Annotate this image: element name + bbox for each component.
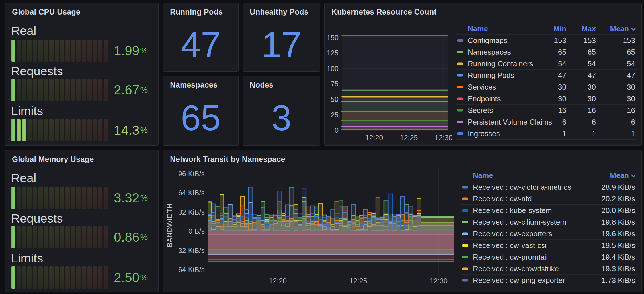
svg-text:0: 0: [335, 126, 339, 134]
stat-value: 17: [243, 17, 320, 72]
gauge-cell-unlit: [55, 79, 59, 101]
gauge-cell-unlit: [49, 40, 54, 62]
series-name: Namespaces: [468, 48, 511, 57]
legend-row[interactable]: Received : cw-exporters19.6 KiB/s: [461, 228, 637, 240]
bar-gauge: [11, 119, 108, 141]
legend-header-mean[interactable]: Mean: [610, 24, 635, 33]
series-min: 65: [558, 48, 566, 57]
gauge-cell-unlit: [60, 266, 64, 289]
legend-row[interactable]: Persistent Volume Claims666: [456, 116, 637, 128]
panel-title[interactable]: Nodes: [250, 81, 274, 90]
gauge-cell-unlit: [33, 79, 37, 101]
series-min: 54: [558, 59, 566, 68]
panel-title[interactable]: Namespaces: [170, 81, 218, 90]
gauge-value: 3.32%: [114, 187, 148, 209]
svg-text:12:30: 12:30: [430, 277, 448, 285]
gauge-cell-unlit: [98, 226, 102, 248]
gauge-cell-unlit: [76, 40, 81, 62]
gauge-cell-unlit: [22, 187, 26, 209]
gauge-label: Limits: [11, 251, 43, 265]
panel-title[interactable]: Unhealthy Pods: [250, 8, 309, 16]
gauge-cell-unlit: [17, 79, 21, 101]
legend-row[interactable]: Received : cw-crowdstrike19.3 KiB/s: [461, 263, 637, 275]
gauge-cell-unlit: [82, 266, 86, 289]
gauge-cell-unlit: [38, 79, 43, 101]
gauge-value: 14.3%: [114, 119, 148, 141]
legend-header-name[interactable]: Name: [473, 171, 493, 180]
gauge-cell-unlit: [38, 40, 43, 62]
legend-header-name[interactable]: Name: [468, 24, 488, 33]
legend-row[interactable]: Services303030: [456, 81, 637, 93]
legend-row[interactable]: Received : cw-ping-exporter1.73 KiB/s: [461, 275, 637, 286]
gauge-cell-unlit: [93, 266, 97, 289]
legend-row[interactable]: Namespaces656565: [456, 46, 637, 58]
panel-kubernetes-resource-count: Kubernetes Resource Count 02550751001251…: [324, 3, 642, 146]
legend-row[interactable]: Endpoints303030: [456, 93, 637, 105]
gauge-cell-unlit: [27, 266, 32, 289]
gauge-cell-unlit: [93, 226, 97, 248]
legend-row[interactable]: Received : cw-nfd20.2 KiB/s: [461, 193, 637, 205]
svg-text:125: 125: [327, 49, 339, 57]
panel-network-transit: Network Transit by Namespace BANDWIDTH 9…: [163, 150, 642, 292]
gauge-cell-unlit: [44, 226, 48, 248]
legend-row[interactable]: Received : cw-victoria-metrics28.9 KiB/s: [461, 181, 637, 193]
stat-value: 47: [163, 17, 238, 72]
legend-row[interactable]: Received : kube-system20.0 KiB/s: [461, 205, 637, 216]
gauge-cell-lit: [22, 119, 26, 141]
panel-title[interactable]: Running Pods: [170, 8, 223, 16]
legend-row[interactable]: Ingresses111: [456, 128, 637, 140]
gauge-cell-unlit: [76, 266, 81, 289]
stat-value: 65: [163, 90, 238, 145]
gauge-cell-unlit: [82, 119, 86, 141]
sort-desc-icon: [631, 26, 636, 31]
gauge-cell-unlit: [82, 79, 86, 101]
gauge-cell-unlit: [104, 226, 108, 248]
series-color-swatch: [462, 279, 468, 282]
legend-row[interactable]: Configmaps153153153: [456, 35, 637, 46]
panel-running-pods: Running Pods 47: [163, 3, 239, 72]
legend-header-max[interactable]: Max: [581, 24, 596, 33]
gauge-label: Requests: [11, 211, 63, 225]
gauge-cell-unlit: [104, 119, 108, 141]
gauge-cell-unlit: [71, 119, 75, 141]
legend-row[interactable]: Running Containers545454: [456, 58, 637, 70]
gauge-cell-unlit: [55, 266, 59, 289]
gauge-cell-unlit: [82, 226, 86, 248]
svg-text:32 KiB/s: 32 KiB/s: [178, 208, 205, 216]
legend-row[interactable]: Secrets161616: [456, 105, 637, 116]
series-color-swatch: [462, 186, 468, 189]
legend-header-mean_label[interactable]: Mean: [610, 171, 635, 180]
series-min: 16: [558, 106, 566, 115]
legend-header-min[interactable]: Min: [553, 24, 566, 33]
gauge-cell-unlit: [98, 40, 102, 62]
gauge-cell-unlit: [93, 79, 97, 101]
series-color-swatch: [462, 209, 468, 212]
legend-row[interactable]: Received : cw-promtail19.4 KiB/s: [461, 251, 637, 263]
series-max: 54: [588, 59, 596, 68]
legend-row[interactable]: Received : cw-vast-csi19.5 KiB/s: [461, 240, 637, 251]
panel-title[interactable]: Global Memory Usage: [12, 155, 94, 164]
bar-gauge: [11, 266, 108, 289]
panel-title[interactable]: Global CPU Usage: [12, 8, 80, 16]
series-max: 6: [592, 118, 596, 127]
gauge-cell-unlit: [104, 187, 108, 209]
panel-unhealthy-pods: Unhealthy Pods 17: [243, 3, 320, 72]
svg-text:12:20: 12:20: [365, 134, 383, 142]
series-color-swatch: [462, 221, 468, 223]
legend-row[interactable]: Received : cw-cilium-system19.8 KiB/s: [461, 216, 637, 228]
series-mean: 1.73 KiB/s: [601, 276, 635, 285]
gauge-cell-unlit: [27, 79, 32, 101]
gauge-cell-unlit: [44, 40, 48, 62]
legend-row[interactable]: Running Pods474747: [456, 70, 637, 81]
gauge-cell-unlit: [65, 40, 70, 62]
gauge-cell-unlit: [17, 266, 21, 289]
gauge-cell-unlit: [71, 79, 75, 101]
gauge-value: 0.86%: [114, 226, 148, 248]
series-name: Received : cw-victoria-metrics: [473, 183, 571, 192]
series-name: Received : cw-cilium-system: [473, 218, 566, 227]
svg-text:50: 50: [331, 95, 339, 103]
gauge-cell-unlit: [65, 119, 70, 141]
panel-namespaces: Namespaces 65: [163, 76, 239, 146]
series-name: Received : cw-promtail: [473, 253, 548, 262]
gauge-cell-unlit: [87, 187, 92, 209]
